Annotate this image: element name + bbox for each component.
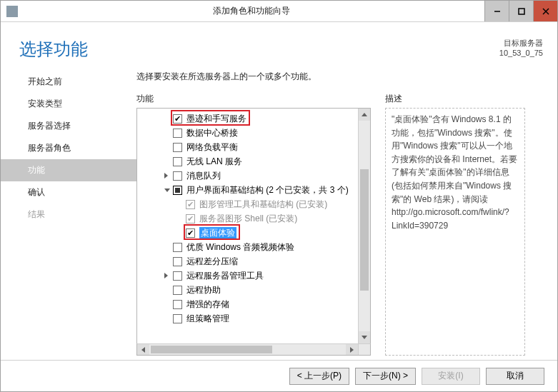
- previous-button[interactable]: < 上一步(P): [289, 368, 349, 385]
- feature-label: 组策略管理: [186, 313, 229, 325]
- feature-label: 数据中心桥接: [186, 127, 238, 139]
- window-title: 添加角色和功能向导: [18, 5, 484, 17]
- maximize-button[interactable]: [509, 1, 533, 21]
- feature-label: 桌面体验: [199, 227, 236, 239]
- feature-checkbox[interactable]: [173, 114, 182, 124]
- minimize-button[interactable]: [484, 1, 509, 21]
- feature-checkbox: [186, 200, 195, 209]
- feature-item[interactable]: 优质 Windows 音频视频体验: [143, 240, 357, 254]
- sidebar-step[interactable]: 服务器角色: [1, 137, 136, 159]
- install-button[interactable]: 安装(I): [422, 368, 480, 385]
- horizontal-scrollbar[interactable]: [136, 343, 371, 356]
- feature-checkbox: [186, 214, 195, 223]
- collapse-icon[interactable]: [164, 189, 173, 192]
- feature-label: 优质 Windows 音频视频体验: [186, 241, 294, 253]
- scrollbar-corner: [358, 344, 370, 355]
- feature-label: 无线 LAN 服务: [186, 156, 242, 168]
- feature-checkbox[interactable]: [173, 271, 182, 281]
- feature-item[interactable]: 组策略管理: [143, 311, 357, 326]
- feature-item[interactable]: 服务器图形 Shell (已安装): [143, 211, 357, 226]
- feature-checkbox[interactable]: [173, 143, 182, 152]
- feature-item[interactable]: 远程服务器管理工具: [143, 268, 357, 283]
- svg-rect-1: [519, 9, 524, 14]
- next-button[interactable]: 下一步(N) >: [355, 368, 416, 385]
- features-tree[interactable]: 墨迹和手写服务数据中心桥接网络负载平衡无线 LAN 服务消息队列用户界面和基础结…: [136, 108, 371, 343]
- features-column-header: 功能: [136, 93, 371, 105]
- scroll-right-icon[interactable]: [346, 344, 358, 355]
- feature-item[interactable]: 远程差分压缩: [143, 254, 357, 268]
- feature-label: 远程差分压缩: [186, 256, 238, 268]
- scroll-down-icon[interactable]: [359, 331, 370, 343]
- feature-checkbox[interactable]: [173, 257, 182, 266]
- feature-label: 增强的存储: [186, 298, 229, 311]
- feature-description: "桌面体验"含有 Windows 8.1 的功能，包括"Windows 搜索"。…: [385, 108, 525, 356]
- sidebar-step[interactable]: 安装类型: [1, 93, 136, 115]
- feature-checkbox[interactable]: [173, 300, 182, 309]
- feature-label: 图形管理工具和基础结构 (已安装): [199, 198, 327, 211]
- feature-label: 远程协助: [186, 284, 221, 296]
- feature-checkbox[interactable]: [173, 314, 182, 323]
- feature-item[interactable]: 桌面体验: [143, 226, 357, 240]
- expand-icon[interactable]: [164, 273, 173, 278]
- feature-label: 网络负载平衡: [186, 141, 238, 154]
- feature-checkbox[interactable]: [173, 286, 182, 295]
- sidebar-step[interactable]: 功能: [1, 159, 136, 181]
- feature-label: 用户界面和基础结构 (2 个已安装，共 3 个): [186, 184, 349, 196]
- page-title: 选择功能: [19, 38, 88, 61]
- expand-icon[interactable]: [164, 173, 173, 179]
- target-server-info: 目标服务器 10_53_0_75: [499, 38, 543, 57]
- feature-checkbox[interactable]: [186, 228, 195, 238]
- vertical-scrollbar[interactable]: [358, 109, 370, 343]
- app-icon: [6, 6, 18, 17]
- feature-item[interactable]: 网络负载平衡: [143, 140, 357, 154]
- feature-item[interactable]: 远程协助: [143, 283, 357, 297]
- feature-item[interactable]: 无线 LAN 服务: [143, 154, 357, 169]
- scroll-thumb-horizontal[interactable]: [151, 346, 272, 353]
- feature-label: 消息队列: [186, 170, 221, 182]
- description-column-header: 描述: [385, 93, 525, 105]
- scroll-up-icon[interactable]: [359, 109, 370, 121]
- feature-checkbox[interactable]: [173, 243, 182, 252]
- target-server-value: 10_53_0_75: [499, 49, 543, 57]
- instruction-text: 选择要安装在所选服务器上的一个或多个功能。: [136, 71, 525, 83]
- cancel-button[interactable]: 取消: [486, 368, 544, 385]
- feature-item[interactable]: 数据中心桥接: [143, 126, 357, 140]
- sidebar-step[interactable]: 服务器选择: [1, 115, 136, 137]
- feature-item[interactable]: 用户界面和基础结构 (2 个已安装，共 3 个): [143, 183, 357, 197]
- close-button[interactable]: [533, 1, 557, 21]
- feature-item[interactable]: 增强的存储: [143, 297, 357, 311]
- feature-checkbox[interactable]: [173, 186, 182, 195]
- feature-label: 服务器图形 Shell (已安装): [199, 213, 297, 225]
- feature-checkbox[interactable]: [173, 171, 182, 181]
- sidebar-step[interactable]: 确认: [1, 181, 136, 203]
- feature-label: 墨迹和手写服务: [186, 113, 246, 125]
- wizard-steps-sidebar: 开始之前安装类型服务器选择服务器角色功能确认结果: [1, 71, 136, 356]
- feature-checkbox[interactable]: [173, 129, 182, 138]
- target-server-label: 目标服务器: [499, 38, 543, 49]
- feature-label: 远程服务器管理工具: [186, 270, 264, 282]
- feature-item[interactable]: 图形管理工具和基础结构 (已安装): [143, 197, 357, 211]
- feature-item[interactable]: 墨迹和手写服务: [143, 111, 357, 126]
- scroll-thumb-vertical[interactable]: [360, 169, 369, 291]
- sidebar-step: 结果: [1, 203, 136, 226]
- feature-checkbox[interactable]: [173, 157, 182, 166]
- feature-item[interactable]: 消息队列: [143, 169, 357, 183]
- sidebar-step[interactable]: 开始之前: [1, 71, 136, 93]
- scroll-left-icon[interactable]: [137, 344, 149, 355]
